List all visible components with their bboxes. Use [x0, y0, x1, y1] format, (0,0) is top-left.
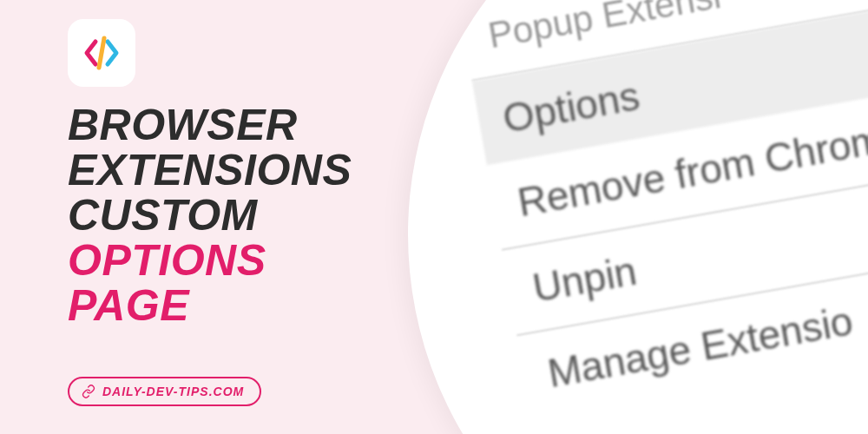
menu-item-label: Options [499, 73, 642, 141]
headline-line-4: Options [68, 238, 352, 283]
site-link[interactable]: DAILY-DEV-TIPS.COM [68, 377, 261, 406]
menu-item-label: Unpin [529, 248, 640, 311]
headline-line-3: Custom [68, 193, 352, 238]
headline-line-1: Browser [68, 102, 352, 148]
screenshot-circle: Popup Extensi Options Remove from Chrom … [408, 0, 868, 434]
headline: Browser Extensions Custom Options Page [68, 102, 352, 328]
headline-line-5: Page [68, 283, 352, 328]
site-logo [68, 19, 135, 87]
code-icon [80, 31, 123, 75]
headline-line-2: Extensions [68, 148, 352, 193]
context-menu: Popup Extensi Options Remove from Chrom … [460, 0, 868, 420]
banner-stage: Browser Extensions Custom Options Page D… [0, 0, 868, 434]
link-icon [82, 385, 95, 398]
site-link-label: DAILY-DEV-TIPS.COM [102, 385, 244, 398]
